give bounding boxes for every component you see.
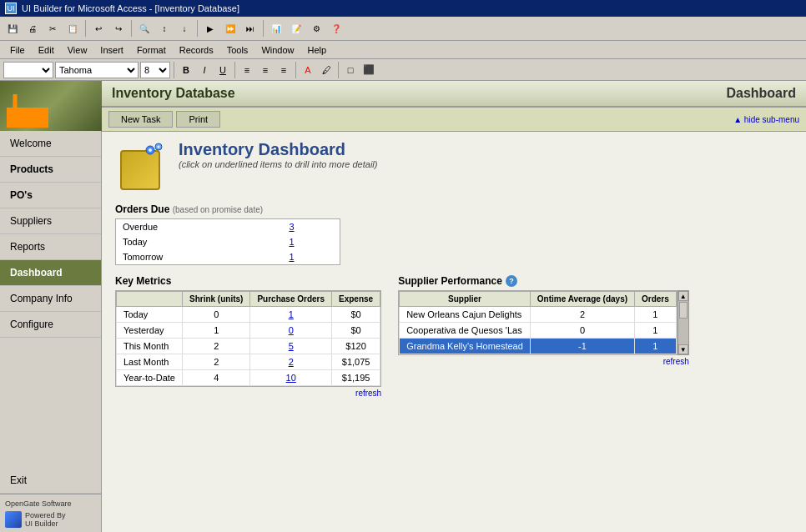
metrics-shrink-today: 0 [182, 307, 249, 323]
toolbar-btn-6[interactable]: ↪ [109, 19, 128, 38]
sidebar-item-products[interactable]: Products [0, 157, 101, 183]
align-center-btn[interactable]: ≡ [257, 62, 274, 78]
scroll-down-btn[interactable]: ▼ [678, 344, 688, 354]
hide-submenu-link[interactable]: ▲ hide sub-menu [733, 115, 799, 124]
sep-format-2 [234, 62, 235, 78]
supplier-col-ontime: Ontime Average (days) [530, 292, 634, 307]
metrics-period-lastmonth: Last Month [117, 354, 183, 370]
orders-value-overdue[interactable]: 3 [289, 222, 294, 232]
toolbar-btn-15[interactable]: ⚙ [307, 19, 325, 38]
orders-label-today: Today [116, 234, 282, 249]
toolbar-btn-4[interactable]: 📋 [63, 19, 82, 38]
metrics-col-shrink: Shrink (units) [182, 292, 249, 307]
supplier-header-row: Supplier Ontime Average (days) Orders [400, 292, 677, 307]
header-dashboard-label: Dashboard [726, 86, 796, 101]
supplier-refresh[interactable]: refresh [398, 357, 689, 366]
toolbar-btn-1[interactable]: 💾 [3, 19, 22, 38]
orders-row-tomorrow: Tomorrow 1 [116, 249, 340, 264]
supplier-row-2[interactable]: Cooperativa de Quesos 'Las 0 1 [400, 323, 677, 339]
menu-help[interactable]: Help [301, 43, 334, 57]
menu-edit[interactable]: Edit [32, 43, 61, 57]
dashboard-content: Inventory Dashboard (click on underlined… [102, 132, 806, 532]
sidebar-header-image [0, 81, 102, 131]
sidebar-item-pos[interactable]: PO's [0, 183, 101, 208]
italic-btn[interactable]: I [196, 62, 213, 78]
scroll-thumb[interactable] [679, 302, 688, 319]
print-button[interactable]: Print [176, 111, 220, 128]
dashboard-title-area: Inventory Dashboard (click on underlined… [179, 140, 377, 169]
sidebar-item-reports[interactable]: Reports [0, 234, 101, 260]
align-right-btn[interactable]: ≡ [275, 62, 292, 78]
menu-format[interactable]: Format [130, 43, 173, 57]
orders-value-tomorrow[interactable]: 1 [289, 252, 294, 262]
toolbar-btn-12[interactable]: ⏭ [241, 19, 259, 38]
supplier-row-3[interactable]: Grandma Kelly's Homestead -1 1 [400, 339, 677, 354]
supplier-orders-3: 1 [635, 339, 677, 354]
color-btn[interactable]: A [300, 62, 316, 78]
orders-table-inner: Overdue 3 Today 1 Tomorrow 1 [116, 219, 340, 264]
powered-icon [5, 511, 22, 528]
supplier-name-3: Grandma Kelly's Homestead [400, 339, 531, 354]
toolbar-btn-16[interactable]: ❓ [327, 19, 345, 38]
metrics-orders-ytd[interactable]: 10 [286, 373, 296, 383]
toolbar-btn-8[interactable]: ↕ [155, 19, 174, 38]
more-btn-1[interactable]: □ [342, 62, 359, 78]
menu-tools[interactable]: Tools [220, 43, 255, 57]
toolbar-btn-7[interactable]: 🔍 [135, 19, 154, 38]
menu-view[interactable]: View [61, 43, 94, 57]
supplier-col-name: Supplier [400, 292, 531, 307]
metrics-row-thismonth: This Month 2 5 $120 [117, 339, 380, 354]
dashboard-header: Inventory Dashboard (click on underlined… [115, 140, 793, 190]
sidebar-item-configure[interactable]: Configure [0, 312, 101, 338]
info-icon[interactable]: ? [506, 275, 517, 287]
metrics-expense-ytd: $1,195 [332, 370, 380, 386]
orders-row-today: Today 1 [116, 234, 340, 249]
toolbar-btn-5[interactable]: ↩ [89, 19, 108, 38]
toolbar-btn-9[interactable]: ↓ [175, 19, 194, 38]
supplier-scrollbar[interactable]: ▲ ▼ [678, 290, 689, 355]
metrics-expense-yesterday: $0 [332, 323, 380, 339]
new-task-button[interactable]: New Task [108, 111, 173, 128]
font-select[interactable]: Tahoma [55, 62, 139, 78]
metrics-orders-thismonth[interactable]: 5 [289, 341, 294, 351]
supplier-row-1[interactable]: New Orleans Cajun Delights 2 1 [400, 307, 677, 323]
style-select[interactable] [3, 62, 53, 78]
toolbar-btn-13[interactable]: 📊 [267, 19, 285, 38]
metrics-orders-today[interactable]: 1 [289, 309, 294, 319]
bold-btn[interactable]: B [178, 62, 194, 78]
svg-point-3 [158, 146, 160, 148]
underline-btn[interactable]: U [214, 62, 231, 78]
toolbar-btn-2[interactable]: 🖨 [23, 19, 42, 38]
menu-file[interactable]: File [3, 43, 32, 57]
metrics-refresh[interactable]: refresh [115, 389, 381, 398]
metrics-shrink-yesterday: 1 [182, 323, 249, 339]
metrics-row-today: Today 0 1 $0 [117, 307, 380, 323]
metrics-period-ytd: Year-to-Date [117, 370, 183, 386]
supplier-table-inner: Supplier Ontime Average (days) Orders Ne… [399, 291, 677, 354]
menu-insert[interactable]: Insert [93, 43, 130, 57]
metrics-row-lastmonth: Last Month 2 2 $1,075 [117, 354, 380, 370]
toolbar-btn-3[interactable]: ✂ [43, 19, 62, 38]
sidebar-item-welcome[interactable]: Welcome [0, 131, 101, 157]
toolbar-btn-14[interactable]: 📝 [287, 19, 305, 38]
toolbar-btn-11[interactable]: ⏩ [221, 19, 239, 38]
sidebar-item-company-info[interactable]: Company Info [0, 286, 101, 312]
supplier-section: Supplier Performance ? Supplier Ontime A… [398, 275, 689, 398]
align-left-btn[interactable]: ≡ [239, 62, 255, 78]
size-select[interactable]: 8 [140, 62, 170, 78]
metrics-orders-yesterday[interactable]: 0 [289, 325, 294, 335]
metrics-orders-lastmonth[interactable]: 2 [289, 357, 294, 367]
menu-records[interactable]: Records [173, 43, 220, 57]
supplier-col-orders: Orders [635, 292, 677, 307]
orders-value-today[interactable]: 1 [289, 237, 294, 247]
sidebar-item-suppliers[interactable]: Suppliers [0, 208, 101, 234]
more-btn-2[interactable]: ⬛ [360, 62, 377, 78]
sidebar-item-dashboard[interactable]: Dashboard [0, 260, 101, 286]
scroll-up-btn[interactable]: ▲ [678, 291, 688, 301]
toolbar-btn-10[interactable]: ▶ [201, 19, 219, 38]
highlight-btn[interactable]: 🖊 [318, 62, 335, 78]
header-bar: Inventory Database Dashboard [102, 81, 806, 108]
menu-window[interactable]: Window [254, 43, 300, 57]
sidebar-item-exit[interactable]: Exit [0, 468, 101, 494]
supplier-thead: Supplier Ontime Average (days) Orders [400, 292, 677, 307]
